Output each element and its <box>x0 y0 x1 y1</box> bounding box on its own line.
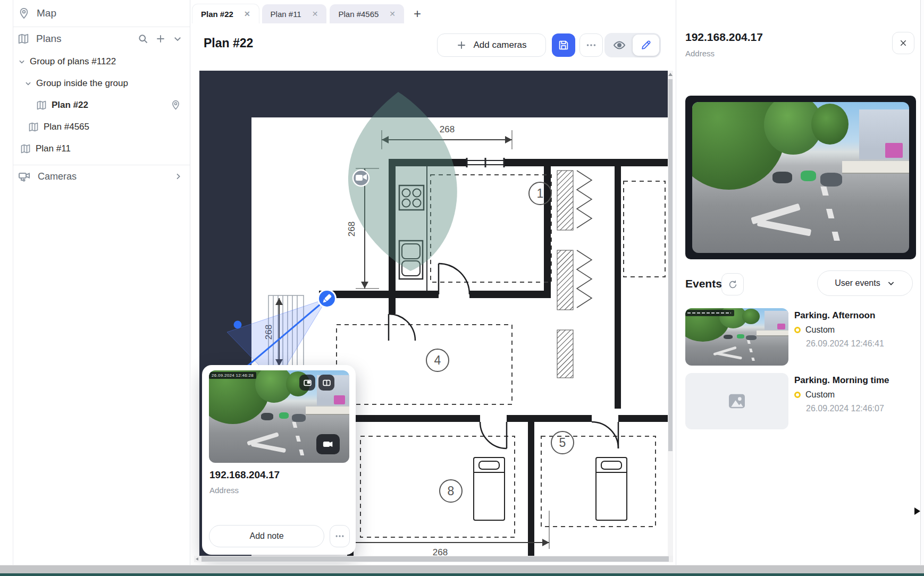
vertical-scroll-thumb[interactable] <box>668 79 673 451</box>
camera-live-image <box>692 102 909 253</box>
event-timestamp: 26.09.2024 12:46:07 <box>806 404 884 413</box>
event-thumb-timestamp-strip <box>685 310 734 316</box>
thumbnail-timestamp: 26.09.2024 12:46:28 <box>209 372 256 379</box>
panel-camera-ip: 192.168.204.17 <box>685 31 763 44</box>
tab-plan-22[interactable]: Plan #22 ✕ <box>192 4 259 23</box>
dimension-label: 268 <box>440 124 455 134</box>
window-right-gutter <box>920 0 924 565</box>
camera-live-frame[interactable] <box>685 96 916 259</box>
plans-label: Plans <box>36 33 62 45</box>
dimension-label: 268 <box>347 222 357 236</box>
open-preview-button[interactable] <box>299 375 315 391</box>
map-icon <box>18 33 29 45</box>
scroll-up-arrow[interactable] <box>668 73 673 76</box>
save-button[interactable] <box>552 33 575 57</box>
event-type: Custom <box>794 325 835 335</box>
add-note-button[interactable]: Add note <box>209 525 324 547</box>
plans-tree: Group of plans #1122 Group inside the gr… <box>13 50 190 159</box>
located-pin-icon[interactable] <box>171 100 181 110</box>
sidebar: Map Plans Group of plans #1122 Group ins… <box>13 0 190 565</box>
tree-group-1122[interactable]: Group of plans #1122 <box>13 50 190 72</box>
plans-app: Map Plans Group of plans #1122 Group ins… <box>0 0 924 576</box>
room-number: 5 <box>559 436 566 450</box>
camera-ip: 192.168.204.17 <box>209 469 280 481</box>
room-number: 4 <box>434 353 441 367</box>
more-actions-button[interactable] <box>579 33 603 57</box>
room-number: 1 <box>537 187 544 200</box>
event-item[interactable]: Parking. Morning time Custom 26.09.2024 … <box>685 373 916 430</box>
collapse-plans-icon[interactable] <box>173 34 182 44</box>
mouse-cursor <box>914 507 920 515</box>
custom-event-dot-icon <box>794 327 801 333</box>
refresh-events-button[interactable] <box>721 273 744 295</box>
event-type: Custom <box>794 390 835 400</box>
event-still-image <box>685 308 788 366</box>
tree-group-inside[interactable]: Group inside the group <box>13 72 190 94</box>
plus-icon <box>456 40 467 50</box>
camera-popup-card: 26.09.2024 12:46:28 192.168.204.17 Addre… <box>202 365 356 555</box>
sidebar-section-plans[interactable]: Plans <box>13 27 190 50</box>
map-icon <box>36 100 47 111</box>
cameras-label: Cameras <box>38 171 77 182</box>
plan-viewport[interactable]: 1 4 5 8 <box>191 64 675 565</box>
event-placeholder-thumbnail <box>685 373 788 429</box>
sidebar-section-cameras[interactable]: Cameras <box>13 165 190 188</box>
image-placeholder-icon <box>726 391 747 412</box>
custom-event-dot-icon <box>794 392 801 398</box>
floppy-save-icon <box>558 39 569 51</box>
view-mode-button[interactable] <box>606 35 633 56</box>
window-bottom-bar <box>0 565 924 573</box>
add-cameras-button[interactable]: Add cameras <box>437 33 546 57</box>
add-plan-icon[interactable] <box>155 33 166 44</box>
popup-more-button[interactable] <box>330 525 350 547</box>
event-item[interactable]: Parking. Afternoon Custom 26.09.2024 12:… <box>685 308 916 367</box>
events-heading: Events <box>685 277 722 290</box>
close-tab-icon[interactable]: ✕ <box>389 10 396 18</box>
event-title: Parking. Afternoon <box>794 310 875 321</box>
chevron-right-icon[interactable] <box>174 172 182 181</box>
close-icon <box>899 39 908 47</box>
mode-segmented-control <box>604 33 661 57</box>
furniture <box>474 458 627 520</box>
camera-preview-thumbnail[interactable]: 26.09.2024 12:46:28 <box>209 370 349 463</box>
tree-plan-22[interactable]: Plan #22 <box>13 94 190 116</box>
scroll-left-arrow[interactable] <box>196 557 198 561</box>
chevron-down-icon[interactable] <box>24 80 32 87</box>
close-panel-button[interactable] <box>892 32 914 54</box>
panel-camera-address: Address <box>685 49 715 58</box>
vertical-scrollbar[interactable] <box>668 71 673 561</box>
pencil-icon <box>640 39 652 51</box>
tree-plan-11[interactable]: Plan #11 <box>13 138 190 159</box>
tab-bar: Plan #22 ✕ Plan #11 ✕ Plan #4565 ✕ + <box>191 0 675 23</box>
dimension-label: 268 <box>264 325 274 340</box>
add-tab-button[interactable]: + <box>410 7 424 20</box>
edit-mode-button[interactable] <box>633 35 659 56</box>
room-number: 8 <box>448 484 455 498</box>
camera-channels-badge <box>316 434 340 454</box>
event-timestamp: 26.09.2024 12:46:41 <box>806 339 884 349</box>
window <box>467 158 504 167</box>
events-header: Events User events <box>685 272 916 298</box>
tab-plan-4565[interactable]: Plan #4565 ✕ <box>330 4 404 23</box>
chevron-down-icon[interactable] <box>18 58 26 65</box>
split-view-button[interactable] <box>318 375 334 391</box>
tab-plan-11[interactable]: Plan #11 ✕ <box>262 4 327 23</box>
tree-plan-4565[interactable]: Plan #4565 <box>13 116 190 138</box>
horizontal-scroll-thumb[interactable] <box>201 556 669 562</box>
eye-icon <box>613 39 626 52</box>
camera-icon <box>18 170 31 183</box>
horizontal-scrollbar[interactable] <box>194 556 673 562</box>
close-tab-icon[interactable]: ✕ <box>244 10 250 18</box>
event-thumbnail[interactable] <box>685 308 788 366</box>
map-icon <box>20 143 31 154</box>
close-tab-icon[interactable]: ✕ <box>312 10 318 18</box>
event-title: Parking. Morning time <box>794 375 889 386</box>
map-label: Map <box>37 7 56 19</box>
user-events-dropdown[interactable]: User events <box>817 270 913 296</box>
ellipsis-icon <box>585 39 597 51</box>
page-title: Plan #22 <box>204 36 253 50</box>
camera-details-panel: 192.168.204.17 Address Events User event… <box>676 0 920 565</box>
search-icon[interactable] <box>138 33 148 44</box>
refresh-icon <box>728 279 738 290</box>
sidebar-item-map[interactable]: Map <box>13 0 190 27</box>
